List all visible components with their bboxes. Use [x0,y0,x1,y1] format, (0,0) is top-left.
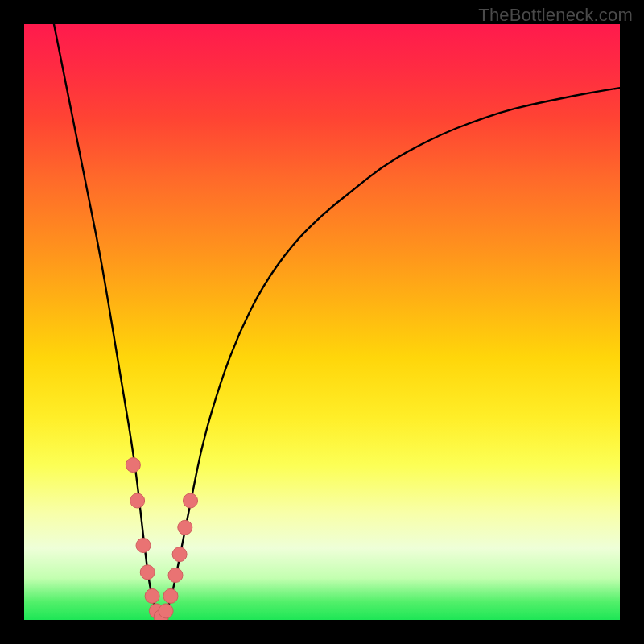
chart-frame: TheBottleneck.com [0,0,644,644]
data-point-marker [163,588,178,603]
chart-svg [24,24,620,620]
data-point-marker [130,493,145,508]
data-point-marker [136,539,151,553]
bottleneck-curve [54,24,620,617]
data-point-marker [178,520,192,535]
watermark-text: TheBottleneck.com [478,5,633,26]
data-point-marker [126,458,140,473]
data-point-marker [168,568,183,583]
data-point-marker [159,604,173,618]
data-point-marker [140,565,155,580]
plot-area [24,24,620,620]
data-point-marker [145,588,159,603]
data-point-marker [184,493,198,508]
data-point-marker [172,547,187,562]
